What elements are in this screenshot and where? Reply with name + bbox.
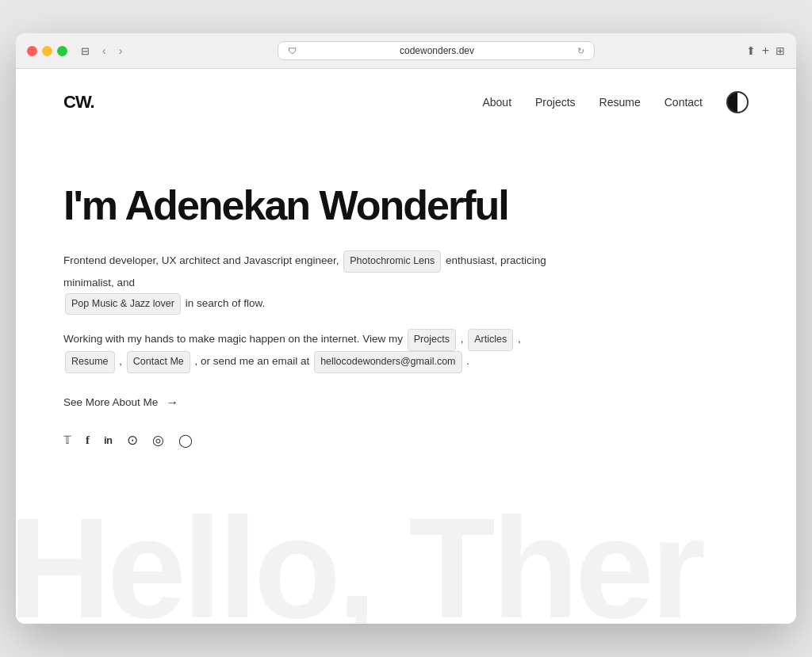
refresh-icon[interactable]: ↻ [577, 46, 584, 56]
address-bar[interactable]: 🛡 codewonders.dev ↻ [278, 41, 595, 60]
contact-tag[interactable]: Contact Me [127, 351, 190, 373]
new-tab-icon[interactable]: + [762, 44, 769, 58]
nav-contact[interactable]: Contact [665, 96, 703, 109]
see-more-link[interactable]: See More About Me → [63, 395, 749, 410]
hero-desc2-prefix: Working with my hands to make magic happ… [63, 333, 403, 345]
linkedin-icon[interactable]: in [104, 434, 113, 446]
theme-toggle-button[interactable] [726, 91, 749, 113]
security-icon: 🛡 [288, 46, 297, 55]
browser-window: ⊟ ‹ › 🛡 codewonders.dev ↻ ⬆ + ⊞ CW. Abou… [16, 33, 796, 624]
hero-description-2: Working with my hands to make magic happ… [63, 329, 571, 373]
email-tag[interactable]: hellocodewonders@gmail.com [314, 351, 462, 373]
url-display: codewonders.dev [303, 45, 571, 56]
hero-title: I'm Adenekan Wonderful [63, 183, 749, 228]
twitter-icon[interactable]: 𝕋 [63, 434, 71, 447]
instagram-icon[interactable]: ◯ [178, 433, 193, 448]
hero-desc2-middle: , or send me an email at [195, 355, 310, 367]
minimize-button[interactable] [42, 46, 52, 56]
nav-resume[interactable]: Resume [599, 96, 641, 109]
see-more-text: See More About Me [63, 396, 158, 408]
music-tag[interactable]: Pop Music & Jazz lover [65, 293, 181, 315]
browser-actions: ⬆ + ⊞ [746, 44, 785, 58]
nav-about[interactable]: About [482, 96, 511, 109]
hero-desc1-prefix: Frontend developer, UX architect and Jav… [63, 254, 339, 266]
nav-projects[interactable]: Projects [535, 96, 576, 109]
sidebar-toggle-icon[interactable]: ⊟ [77, 44, 94, 59]
hero-description-1: Frontend developer, UX architect and Jav… [63, 250, 555, 315]
share-icon[interactable]: ⬆ [746, 44, 756, 57]
browser-chrome: ⊟ ‹ › 🛡 codewonders.dev ↻ ⬆ + ⊞ [16, 33, 796, 69]
comma1: , [461, 333, 464, 345]
site-logo[interactable]: CW. [63, 92, 94, 113]
forward-button[interactable]: › [115, 43, 127, 59]
hero-desc2-end: . [466, 355, 469, 367]
browser-controls: ⊟ ‹ › [77, 43, 126, 59]
maximize-button[interactable] [57, 46, 67, 56]
articles-tag[interactable]: Articles [468, 329, 513, 351]
hero-section: I'm Adenekan Wonderful Frontend develope… [16, 136, 796, 472]
nav-links: About Projects Resume Contact [482, 91, 749, 113]
close-button[interactable] [27, 46, 37, 56]
traffic-lights [27, 46, 67, 56]
background-decorative-text: Hello, Ther [16, 497, 702, 624]
photochromic-tag[interactable]: Photochromic Lens [343, 250, 441, 273]
comma2: , [518, 333, 521, 345]
facebook-icon[interactable]: f [86, 434, 90, 447]
back-button[interactable]: ‹ [98, 43, 110, 59]
website-content: CW. About Projects Resume Contact I'm Ad… [16, 69, 796, 624]
social-icons: 𝕋 f in ⊙ ◎ ◯ [63, 432, 749, 449]
navigation: CW. About Projects Resume Contact [16, 69, 796, 136]
projects-tag[interactable]: Projects [408, 329, 456, 351]
hero-desc1-end: in search of flow. [186, 297, 266, 309]
arrow-icon: → [166, 395, 178, 410]
resume-tag[interactable]: Resume [65, 351, 115, 373]
dribbble-icon[interactable]: ◎ [152, 432, 164, 449]
github-icon[interactable]: ⊙ [127, 432, 138, 449]
tab-overview-icon[interactable]: ⊞ [776, 44, 785, 57]
comma3: , [119, 355, 122, 367]
